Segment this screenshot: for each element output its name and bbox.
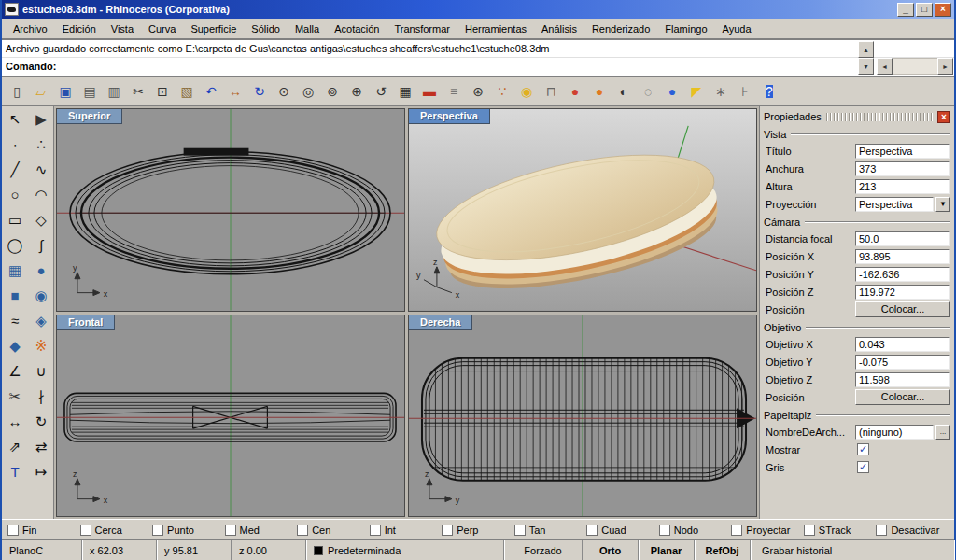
object-properties-icon[interactable]: ⊛ xyxy=(467,80,489,103)
render-tools-icon[interactable]: ≡ xyxy=(443,80,465,103)
lock-icon[interactable]: ⊓ xyxy=(540,80,562,103)
menu-renderizado[interactable]: Renderizado xyxy=(584,21,657,37)
osnap-strack[interactable]: STrack xyxy=(804,525,877,536)
posicion-y-input[interactable]: -162.636 xyxy=(855,267,950,282)
zoom-selected-icon[interactable]: ⊕ xyxy=(345,80,368,103)
menu-acotacion[interactable]: Acotación xyxy=(327,21,387,37)
trim-icon[interactable]: ✂ xyxy=(2,384,28,409)
explode-icon[interactable]: ※ xyxy=(28,333,54,358)
browse-wallpaper-button[interactable]: ... xyxy=(935,425,950,440)
menu-curva[interactable]: Curva xyxy=(141,21,183,37)
fillet-icon[interactable]: ∠ xyxy=(2,358,28,384)
solid-tools-icon[interactable]: ◆ xyxy=(2,333,28,358)
colocar-camara-button[interactable]: Colocar... xyxy=(855,301,950,317)
menu-transformar[interactable]: Transformar xyxy=(387,21,457,37)
nombre-archivo-input[interactable]: (ninguno) xyxy=(855,425,934,440)
viewport-derecha[interactable]: y z Derecha xyxy=(408,315,757,518)
osnap-checkbox[interactable] xyxy=(152,525,163,536)
posicion-x-input[interactable]: 93.895 xyxy=(855,249,950,264)
freeform-curve-icon[interactable]: ∫ xyxy=(28,232,54,258)
posicion-z-input[interactable]: 119.972 xyxy=(855,285,950,300)
gris-checkbox[interactable]: ✓ xyxy=(857,461,869,473)
osnap-med[interactable]: Med xyxy=(225,525,298,536)
viewport-tab-derecha[interactable]: Derecha xyxy=(409,315,472,330)
select-icon[interactable]: ↖ xyxy=(2,106,28,132)
osnap-checkbox[interactable] xyxy=(876,525,887,536)
undo-view-icon[interactable]: ↺ xyxy=(370,80,392,103)
curve-tools-icon[interactable]: ≈ xyxy=(2,308,28,333)
osnap-checkbox[interactable] xyxy=(225,525,236,536)
scroll-track[interactable] xyxy=(893,58,937,75)
move-icon[interactable]: ↔ xyxy=(2,409,28,434)
proyeccion-select[interactable]: Perspectiva xyxy=(855,197,934,212)
open-file-icon[interactable]: ▱ xyxy=(30,80,52,103)
circle-icon[interactable]: ○ xyxy=(2,182,28,207)
close-button[interactable]: × xyxy=(935,3,951,17)
split-icon[interactable]: ∤ xyxy=(28,384,54,409)
join-icon[interactable]: ∪ xyxy=(28,358,54,384)
osnap-cuad[interactable]: Cuad xyxy=(586,525,659,536)
viewport-tab-perspectiva[interactable]: Perspectiva xyxy=(409,109,490,124)
osnap-checkbox[interactable] xyxy=(80,525,91,536)
osnap-checkbox[interactable] xyxy=(804,525,815,536)
osnap-proyectar[interactable]: Proyectar xyxy=(731,525,804,536)
layer-pane[interactable]: Predeterminada xyxy=(306,540,504,560)
osnap-checkbox[interactable] xyxy=(442,525,453,536)
copy-icon[interactable]: ⊡ xyxy=(151,80,174,103)
osnap-int[interactable]: Int xyxy=(370,525,443,536)
osnap-tools-icon[interactable]: ∵ xyxy=(491,80,513,103)
arc-icon[interactable]: ◠ xyxy=(28,182,54,207)
panel-grip[interactable] xyxy=(826,113,933,121)
command-hscrollbar[interactable]: ◄ ► xyxy=(877,58,953,75)
rotate-view-icon[interactable]: ↻ xyxy=(248,80,271,103)
forzado-toggle[interactable]: Forzado xyxy=(504,540,583,560)
scroll-left-icon[interactable]: ◄ xyxy=(877,58,893,75)
osnap-fin[interactable]: Fin xyxy=(7,525,80,536)
viewport-frontal[interactable]: x z Frontal xyxy=(56,315,405,518)
osnap-checkbox[interactable] xyxy=(7,525,19,536)
rectangle-icon[interactable]: ▭ xyxy=(2,207,28,232)
menu-vista[interactable]: Vista xyxy=(104,21,141,37)
material-sphere-icon[interactable]: ● xyxy=(661,80,683,103)
scroll-up-icon[interactable]: ▲ xyxy=(858,41,874,58)
dimension-icon[interactable]: ↦ xyxy=(28,459,54,484)
menu-ayuda[interactable]: Ayuda xyxy=(715,21,759,37)
osnap-checkbox[interactable] xyxy=(659,525,670,536)
titulo-input[interactable]: Perspectiva xyxy=(855,144,950,159)
osnap-checkbox[interactable] xyxy=(370,525,381,536)
objetivo-x-input[interactable]: 0.043 xyxy=(855,337,950,352)
surface-icon[interactable]: ▦ xyxy=(2,258,28,283)
menu-edicion[interactable]: Edición xyxy=(55,21,104,37)
planar-toggle[interactable]: Planar xyxy=(639,540,695,560)
cylinder-icon[interactable]: ◉ xyxy=(28,283,54,308)
options-gear-icon[interactable]: ∗ xyxy=(710,80,732,103)
osnap-checkbox[interactable] xyxy=(731,525,742,536)
orto-toggle[interactable]: Orto xyxy=(583,540,639,560)
cplane-pane[interactable]: PlanoC xyxy=(2,540,82,560)
superior-canvas[interactable]: x y xyxy=(57,109,404,311)
point-cloud-icon[interactable]: ∴ xyxy=(28,132,54,157)
osnap-perp[interactable]: Perp xyxy=(442,525,514,536)
panel-close-icon[interactable]: × xyxy=(937,111,950,123)
command-scrollbar[interactable]: ▲ ▼ xyxy=(858,41,874,75)
altura-input[interactable]: 213 xyxy=(855,179,950,194)
surface-tools-icon[interactable]: ◈ xyxy=(28,308,54,333)
viewport-perspectiva[interactable]: z y x Perspectiva xyxy=(408,108,757,312)
shaded-view-icon[interactable]: ▬ xyxy=(418,80,441,103)
frontal-canvas[interactable]: x z xyxy=(57,315,404,517)
osnap-cen[interactable]: Cen xyxy=(297,525,370,536)
shade-sphere-icon[interactable]: ◐ xyxy=(612,80,635,103)
viewport-layout-icon[interactable]: ▦ xyxy=(394,80,416,103)
scroll-down-icon[interactable]: ▼ xyxy=(858,58,874,75)
command-input[interactable]: Comando: xyxy=(2,58,954,76)
pan-icon[interactable]: ↔ xyxy=(224,80,246,103)
osnap-desactivar[interactable]: Desactivar xyxy=(876,525,949,536)
cut-icon[interactable]: ✂ xyxy=(127,80,149,103)
viewport-tab-frontal[interactable]: Frontal xyxy=(57,315,115,330)
export-icon[interactable]: ▥ xyxy=(103,80,125,103)
point-icon[interactable]: ∙ xyxy=(2,132,28,157)
osnap-checkbox[interactable] xyxy=(586,525,598,536)
osnap-cerca[interactable]: Cerca xyxy=(80,525,153,536)
osnap-tan[interactable]: Tan xyxy=(514,525,587,536)
scroll-right-icon[interactable]: ► xyxy=(937,58,953,75)
